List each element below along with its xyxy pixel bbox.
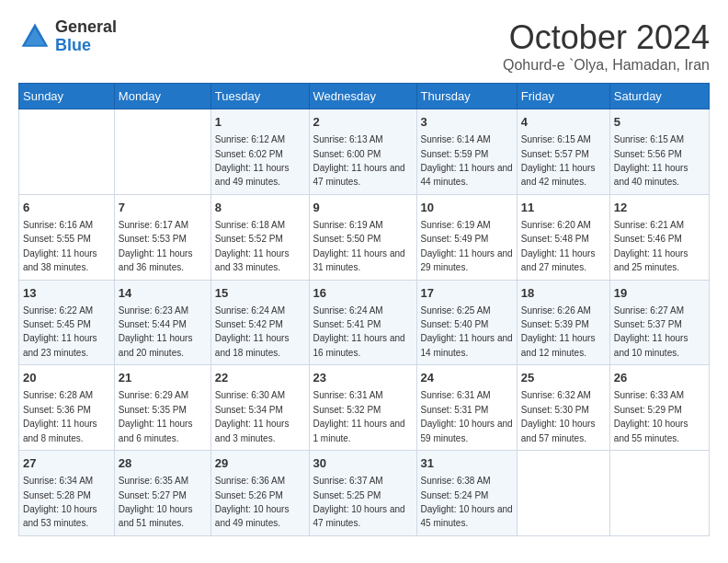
header-friday: Friday: [517, 84, 609, 109]
table-row: 22Sunrise: 6:30 AMSunset: 5:34 PMDayligh…: [210, 365, 309, 451]
table-row: 21Sunrise: 6:29 AMSunset: 5:35 PMDayligh…: [114, 365, 210, 451]
title-block: October 2024 Qohurd-e `Olya, Hamadan, Ir…: [503, 18, 710, 74]
day-number: 13: [23, 285, 110, 302]
table-row: 11Sunrise: 6:20 AMSunset: 5:48 PMDayligh…: [517, 194, 609, 280]
day-number: 26: [614, 370, 705, 386]
table-row: 6Sunrise: 6:16 AMSunset: 5:55 PMDaylight…: [19, 194, 115, 280]
page-header: General Blue October 2024 Qohurd-e `Olya…: [18, 18, 710, 74]
table-row: 20Sunrise: 6:28 AMSunset: 5:36 PMDayligh…: [19, 365, 115, 451]
day-number: 11: [521, 200, 606, 216]
day-number: 4: [521, 114, 606, 131]
day-number: 31: [421, 455, 513, 472]
header-monday: Monday: [114, 84, 210, 109]
day-info: Sunrise: 6:17 AMSunset: 5:53 PMDaylight:…: [119, 220, 193, 272]
table-row: 4Sunrise: 6:15 AMSunset: 5:57 PMDaylight…: [517, 109, 609, 195]
day-number: 16: [313, 285, 413, 302]
day-info: Sunrise: 6:15 AMSunset: 5:57 PMDaylight:…: [521, 134, 596, 187]
table-row: 7Sunrise: 6:17 AMSunset: 5:53 PMDaylight…: [114, 194, 210, 280]
table-row: [609, 451, 709, 536]
day-number: 23: [313, 370, 413, 386]
table-row: 30Sunrise: 6:37 AMSunset: 5:25 PMDayligh…: [309, 451, 416, 536]
header-tuesday: Tuesday: [210, 84, 309, 109]
table-row: 18Sunrise: 6:26 AMSunset: 5:39 PMDayligh…: [517, 280, 609, 365]
day-number: 15: [215, 285, 305, 302]
day-number: 2: [313, 114, 413, 131]
header-sunday: Sunday: [19, 84, 115, 109]
header-saturday: Saturday: [609, 84, 709, 109]
day-number: 12: [614, 200, 705, 216]
table-row: 28Sunrise: 6:35 AMSunset: 5:27 PMDayligh…: [114, 451, 210, 536]
day-info: Sunrise: 6:20 AMSunset: 5:48 PMDaylight:…: [521, 220, 596, 272]
day-number: 30: [313, 455, 413, 472]
logo: General Blue: [18, 18, 117, 55]
day-number: 3: [421, 114, 513, 131]
day-info: Sunrise: 6:31 AMSunset: 5:32 PMDaylight:…: [313, 390, 405, 442]
day-number: 17: [421, 285, 513, 302]
table-row: 26Sunrise: 6:33 AMSunset: 5:29 PMDayligh…: [609, 365, 709, 451]
table-row: 16Sunrise: 6:24 AMSunset: 5:41 PMDayligh…: [309, 280, 416, 365]
day-number: 8: [215, 200, 305, 216]
table-row: 17Sunrise: 6:25 AMSunset: 5:40 PMDayligh…: [416, 280, 517, 365]
day-number: 7: [119, 200, 207, 216]
day-info: Sunrise: 6:29 AMSunset: 5:35 PMDaylight:…: [119, 390, 193, 442]
day-info: Sunrise: 6:30 AMSunset: 5:34 PMDaylight:…: [215, 390, 290, 442]
header-thursday: Thursday: [416, 84, 517, 109]
day-info: Sunrise: 6:31 AMSunset: 5:31 PMDaylight:…: [421, 390, 513, 442]
day-info: Sunrise: 6:16 AMSunset: 5:55 PMDaylight:…: [23, 220, 97, 272]
table-row: 13Sunrise: 6:22 AMSunset: 5:45 PMDayligh…: [19, 280, 115, 365]
table-row: 5Sunrise: 6:15 AMSunset: 5:56 PMDaylight…: [609, 109, 709, 195]
day-info: Sunrise: 6:15 AMSunset: 5:56 PMDaylight:…: [614, 134, 688, 187]
table-row: 2Sunrise: 6:13 AMSunset: 6:00 PMDaylight…: [309, 109, 416, 195]
day-number: 6: [23, 200, 110, 216]
table-row: 29Sunrise: 6:36 AMSunset: 5:26 PMDayligh…: [210, 451, 309, 536]
day-info: Sunrise: 6:13 AMSunset: 6:00 PMDaylight:…: [313, 134, 405, 187]
table-row: 19Sunrise: 6:27 AMSunset: 5:37 PMDayligh…: [609, 280, 709, 365]
header-wednesday: Wednesday: [309, 84, 416, 109]
table-row: 31Sunrise: 6:38 AMSunset: 5:24 PMDayligh…: [416, 451, 517, 536]
day-info: Sunrise: 6:37 AMSunset: 5:25 PMDaylight:…: [313, 476, 405, 528]
logo-blue: Blue: [55, 36, 91, 54]
table-row: 12Sunrise: 6:21 AMSunset: 5:46 PMDayligh…: [609, 194, 709, 280]
table-row: 27Sunrise: 6:34 AMSunset: 5:28 PMDayligh…: [19, 451, 115, 536]
day-number: 14: [119, 285, 207, 302]
day-info: Sunrise: 6:19 AMSunset: 5:50 PMDaylight:…: [313, 220, 405, 272]
day-info: Sunrise: 6:26 AMSunset: 5:39 PMDaylight:…: [521, 305, 596, 358]
table-row: [517, 451, 609, 536]
day-info: Sunrise: 6:27 AMSunset: 5:37 PMDaylight:…: [614, 305, 688, 358]
logo-icon: [18, 20, 51, 53]
calendar-header: Sunday Monday Tuesday Wednesday Thursday…: [19, 84, 710, 109]
day-number: 28: [119, 455, 207, 472]
day-number: 25: [521, 370, 606, 386]
day-info: Sunrise: 6:33 AMSunset: 5:29 PMDaylight:…: [614, 390, 688, 442]
day-info: Sunrise: 6:32 AMSunset: 5:30 PMDaylight:…: [521, 390, 596, 442]
day-number: 27: [23, 455, 110, 472]
table-row: 8Sunrise: 6:18 AMSunset: 5:52 PMDaylight…: [210, 194, 309, 280]
day-number: 9: [313, 200, 413, 216]
day-info: Sunrise: 6:24 AMSunset: 5:41 PMDaylight:…: [313, 305, 405, 358]
day-number: 22: [215, 370, 305, 386]
table-row: [19, 109, 115, 195]
day-info: Sunrise: 6:34 AMSunset: 5:28 PMDaylight:…: [23, 476, 97, 528]
logo-text: General Blue: [55, 18, 117, 55]
day-number: 19: [614, 285, 705, 302]
table-row: [114, 109, 210, 195]
day-number: 29: [215, 455, 305, 472]
day-info: Sunrise: 6:14 AMSunset: 5:59 PMDaylight:…: [421, 134, 513, 187]
day-number: 21: [119, 370, 207, 386]
location-title: Qohurd-e `Olya, Hamadan, Iran: [503, 57, 710, 74]
day-number: 1: [215, 114, 305, 131]
logo-general: General: [55, 17, 117, 36]
day-info: Sunrise: 6:38 AMSunset: 5:24 PMDaylight:…: [421, 476, 513, 528]
day-number: 10: [421, 200, 513, 216]
table-row: 25Sunrise: 6:32 AMSunset: 5:30 PMDayligh…: [517, 365, 609, 451]
table-row: 24Sunrise: 6:31 AMSunset: 5:31 PMDayligh…: [416, 365, 517, 451]
day-info: Sunrise: 6:18 AMSunset: 5:52 PMDaylight:…: [215, 220, 290, 272]
calendar-body: 1Sunrise: 6:12 AMSunset: 6:02 PMDaylight…: [19, 109, 710, 536]
day-number: 18: [521, 285, 606, 302]
day-number: 24: [421, 370, 513, 386]
day-info: Sunrise: 6:22 AMSunset: 5:45 PMDaylight:…: [23, 305, 97, 358]
table-row: 3Sunrise: 6:14 AMSunset: 5:59 PMDaylight…: [416, 109, 517, 195]
day-info: Sunrise: 6:35 AMSunset: 5:27 PMDaylight:…: [119, 476, 193, 528]
day-info: Sunrise: 6:24 AMSunset: 5:42 PMDaylight:…: [215, 305, 290, 358]
table-row: 10Sunrise: 6:19 AMSunset: 5:49 PMDayligh…: [416, 194, 517, 280]
